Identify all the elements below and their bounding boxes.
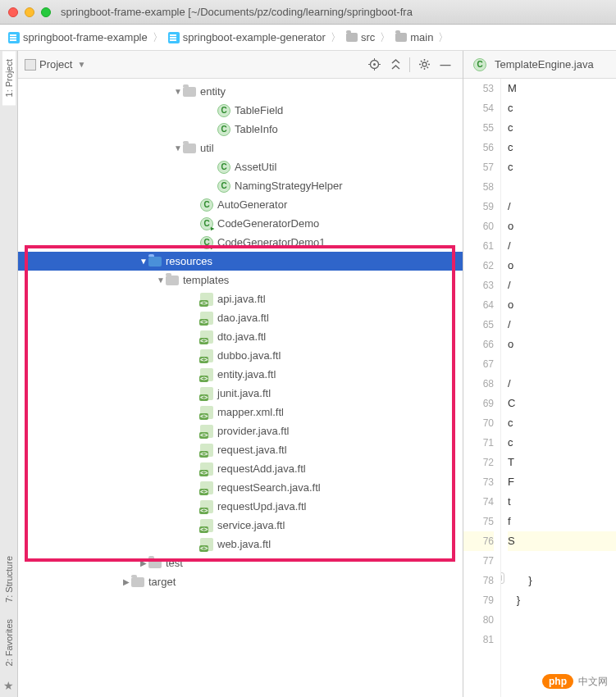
line-number: 63 <box>463 276 494 295</box>
tree-label: api.java.ftl <box>217 293 266 305</box>
arrow-icon: ▼ <box>156 276 166 285</box>
ftl-icon <box>200 444 213 457</box>
code-line[interactable]: M <box>508 79 616 98</box>
breadcrumb-item[interactable]: springboot-example-generator <box>167 31 327 43</box>
tab-project[interactable]: 1: Project <box>2 51 16 105</box>
tree-row[interactable]: ▼resources <box>18 252 463 271</box>
folder-icon <box>183 87 196 97</box>
code-line[interactable] <box>508 177 616 197</box>
code-line[interactable] <box>508 630 616 649</box>
line-number: 73 <box>463 472 494 492</box>
tree-row[interactable]: requestAdd.java.ftl <box>18 459 463 478</box>
code-line[interactable]: c <box>508 413 616 433</box>
line-number: 66 <box>463 335 494 354</box>
project-header-label[interactable]: Project <box>39 58 72 71</box>
tree-label: junit.java.ftl <box>217 387 271 399</box>
traffic-lights <box>8 7 51 17</box>
tree-row[interactable]: mapper.xml.ftl <box>18 403 463 421</box>
code-area[interactable]: Mcccc/o/o/o/o/CccTFtfS } } <box>501 79 616 697</box>
code-line[interactable]: T <box>508 453 616 472</box>
tree-row[interactable]: ▼entity <box>18 82 463 101</box>
tree-row[interactable]: CTableField <box>18 101 463 120</box>
tree-row[interactable]: request.java.ftl <box>18 440 463 459</box>
code-line[interactable]: } <box>508 571 616 590</box>
tree-label: dto.java.ftl <box>217 330 266 343</box>
code-line[interactable] <box>508 551 616 571</box>
collapse-all-icon[interactable] <box>386 56 404 74</box>
tree-row[interactable]: CCodeGeneratorDemo <box>18 214 463 233</box>
locate-icon[interactable] <box>365 56 383 74</box>
code-line[interactable]: c <box>508 118 616 138</box>
breadcrumb-item[interactable]: springboot-frame-example <box>7 31 149 43</box>
code-line[interactable]: C <box>508 394 616 413</box>
tree-row[interactable]: ▼util <box>18 139 463 157</box>
code-line[interactable]: / <box>508 315 616 335</box>
tree-row[interactable]: ▶test <box>18 554 463 572</box>
tree-row[interactable]: dubbo.java.ftl <box>18 346 463 365</box>
line-number: 62 <box>463 256 494 276</box>
tree-row[interactable]: CTableInfo <box>18 120 463 139</box>
code-line[interactable]: c <box>508 433 616 453</box>
tree-row[interactable]: CNamingStrategyHelper <box>18 176 463 195</box>
maximize-icon[interactable] <box>41 7 51 17</box>
code-line[interactable]: o <box>508 216 616 236</box>
tree-label: request.java.ftl <box>217 444 287 456</box>
tree-row[interactable]: junit.java.ftl <box>18 384 463 403</box>
tree-row[interactable]: requestSearch.java.ftl <box>18 478 463 497</box>
code-line[interactable]: o <box>508 256 616 276</box>
tree-row[interactable]: ▶target <box>18 572 463 591</box>
tree-row[interactable]: ▼templates <box>18 271 463 289</box>
code-line[interactable]: o <box>508 295 616 315</box>
code-line[interactable]: / <box>508 236 616 256</box>
hide-icon[interactable]: — <box>436 56 454 74</box>
tree-row[interactable]: service.java.ftl <box>18 516 463 535</box>
svg-line-14 <box>421 67 422 69</box>
code-line[interactable]: o <box>508 335 616 354</box>
project-tree[interactable]: ▼entityCTableFieldCTableInfo▼utilCAssetU… <box>18 79 463 697</box>
star-icon[interactable]: ★ <box>3 674 14 697</box>
code-line[interactable]: F <box>508 472 616 492</box>
code-line[interactable]: S <box>508 531 616 551</box>
tree-row[interactable]: dao.java.ftl <box>18 308 463 327</box>
code-line[interactable]: / <box>508 276 616 295</box>
tab-structure[interactable]: 7: Structure <box>2 548 16 611</box>
tree-row[interactable]: dto.java.ftl <box>18 327 463 346</box>
tree-row[interactable]: CCodeGeneratorDemo1 <box>18 233 463 252</box>
editor-body[interactable]: 5354555657585960616263646566676869707172… <box>463 79 616 697</box>
code-line[interactable] <box>508 610 616 630</box>
tree-row[interactable]: requestUpd.java.ftl <box>18 497 463 516</box>
code-line[interactable]: c <box>508 138 616 157</box>
line-number: 57 <box>463 157 494 177</box>
editor-tab[interactable]: C TemplateEngine.java <box>468 58 599 71</box>
code-line[interactable]: / <box>508 197 616 216</box>
breadcrumb: springboot-frame-example〉springboot-exam… <box>0 25 616 51</box>
tree-row[interactable]: api.java.ftl <box>18 289 463 308</box>
tree-label: entity.java.ftl <box>217 368 276 380</box>
code-line[interactable]: f <box>508 512 616 531</box>
code-line[interactable]: t <box>508 492 616 512</box>
gutter: 5354555657585960616263646566676869707172… <box>463 79 501 697</box>
gear-icon[interactable] <box>415 56 433 74</box>
tree-row[interactable]: provider.java.ftl <box>18 421 463 440</box>
module-icon <box>168 32 180 43</box>
breadcrumb-item[interactable]: src <box>345 31 376 43</box>
tab-favorites[interactable]: 2: Favorites <box>2 611 16 674</box>
tree-label: requestAdd.java.ftl <box>217 462 306 475</box>
ftl-icon <box>200 349 213 362</box>
ftl-icon <box>200 406 213 419</box>
chevron-down-icon[interactable]: ▼ <box>77 60 85 69</box>
tree-row[interactable]: web.java.ftl <box>18 535 463 554</box>
breadcrumb-item[interactable]: main <box>394 31 435 43</box>
minimize-icon[interactable] <box>25 7 34 17</box>
code-line[interactable]: } <box>508 590 616 610</box>
code-line[interactable]: / <box>508 374 616 394</box>
tree-row[interactable]: CAutoGenerator <box>18 195 463 214</box>
code-line[interactable]: c <box>508 98 616 118</box>
code-line[interactable]: c <box>508 157 616 177</box>
close-icon[interactable] <box>8 7 18 17</box>
tree-row[interactable]: entity.java.ftl <box>18 365 463 384</box>
code-line[interactable] <box>508 354 616 374</box>
tree-row[interactable]: CAssetUtil <box>18 157 463 176</box>
window-title: springboot-frame-example [~/Documents/pz… <box>61 6 413 18</box>
line-number: 70 <box>463 413 494 433</box>
